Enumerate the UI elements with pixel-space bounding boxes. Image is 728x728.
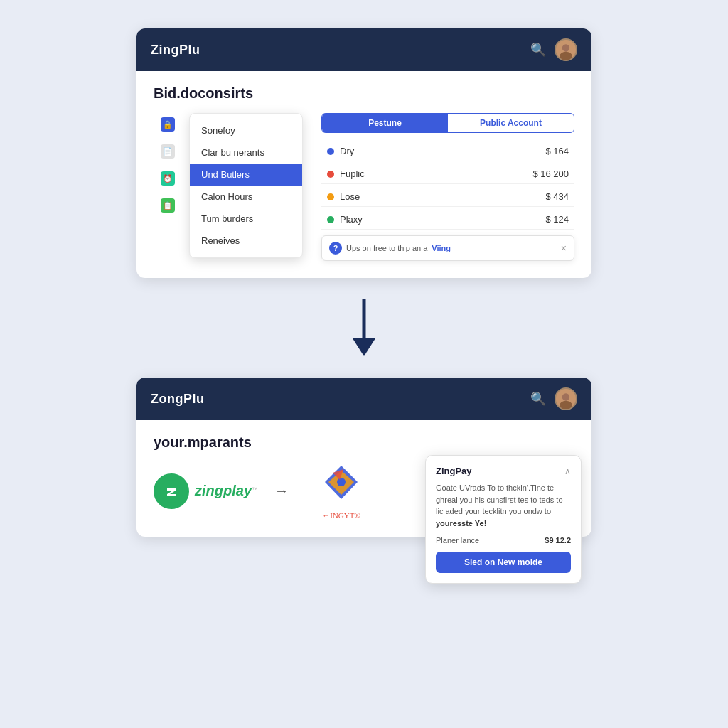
tab-bar: Pestune Public Account	[321, 113, 574, 133]
data-row-plaxy: Plaxy $ 124	[321, 210, 574, 230]
bottom-page-title: your.mparants	[154, 434, 574, 451]
tooltip-bar: ? Ups on free to thip an a Viing ×	[321, 235, 574, 261]
list-icon-green: 📋	[161, 198, 175, 213]
list-item[interactable]: ⏰	[154, 167, 182, 190]
dot-orange	[327, 193, 334, 200]
popup-title: ZingPay	[436, 466, 472, 476]
zingplay-name: zingplay	[195, 483, 252, 498]
dropdown-item-sonefoy[interactable]: Sonefoy	[190, 119, 302, 141]
tooltip-link[interactable]: Viing	[432, 244, 451, 252]
tab-pestune[interactable]: Pestune	[322, 114, 448, 132]
list-item[interactable]: 🔒	[154, 113, 182, 136]
zingplay-logo: zingplay™	[154, 473, 257, 509]
arrow-down-icon	[350, 299, 378, 356]
bottom-content: zingplay™ → ←INGYT® ZingPay ∧	[154, 462, 574, 520]
bottom-header-icons: 🔍	[530, 387, 577, 410]
list-icon-gray: 📄	[161, 144, 175, 159]
data-row-dry: Dry $ 164	[321, 141, 574, 161]
popup-footer: Planer lance $9 12.2	[436, 536, 571, 545]
popup-action-button[interactable]: Sled on New molde	[436, 552, 571, 573]
bottom-arrow-right-icon: →	[274, 483, 289, 499]
row-label-dry: Dry	[340, 146, 354, 156]
bottom-card-header: ZongPlu 🔍	[136, 378, 592, 420]
dot-blue	[327, 148, 334, 155]
svg-point-1	[562, 44, 570, 52]
bottom-logo-area: ←INGYT®	[306, 462, 377, 520]
data-row-fuplic: Fuplic $ 16 200	[321, 164, 574, 184]
row-value-lose: $ 434	[545, 191, 569, 202]
svg-point-12	[160, 480, 183, 503]
popup-chevron-icon[interactable]: ∧	[564, 466, 571, 476]
dropdown-item-reneives[interactable]: Reneives	[190, 230, 302, 252]
bottom-search-icon[interactable]: 🔍	[530, 391, 546, 407]
list-icon-teal: ⏰	[161, 171, 175, 186]
dropdown-item-calon[interactable]: Calon Hours	[190, 186, 302, 208]
dropdown-item-und[interactable]: Und Butlers	[190, 164, 302, 186]
dot-red	[327, 171, 334, 178]
dot-green	[327, 216, 334, 223]
svg-marker-8	[353, 338, 375, 356]
dropdown-item-clar[interactable]: Clar bu nerants	[190, 141, 302, 164]
arrow-down-container	[350, 299, 378, 356]
top-app-title: ZingPlu	[151, 43, 200, 58]
list-item[interactable]: 📄	[154, 140, 182, 163]
row-value-dry: $ 164	[545, 146, 569, 156]
popup-highlight: youresste Ye!	[436, 519, 486, 528]
list-item[interactable]: 📋	[154, 194, 182, 217]
svg-point-10	[562, 393, 570, 401]
popup-header: ZingPay ∧	[436, 466, 571, 476]
zingplay-circle-icon	[154, 473, 189, 509]
row-label-fuplic: Fuplic	[340, 168, 365, 179]
bottom-card: ZongPlu 🔍 your.mparants	[136, 378, 592, 537]
bottom-app-title: ZongPlu	[151, 392, 204, 407]
list-icon-blue: 🔒	[161, 117, 175, 132]
notification-popup: ZingPay ∧ Goate UVrads To to thckln'.Tin…	[425, 455, 582, 584]
data-rows: Dry $ 164 Fuplic $ 16 200	[321, 141, 574, 230]
tooltip-close-icon[interactable]: ×	[561, 242, 567, 254]
tab-public-account[interactable]: Public Account	[448, 114, 574, 132]
tooltip-question-icon: ?	[329, 242, 342, 255]
top-card-body: Bid.doconsirts 🔒 📄 ⏰ 📋	[136, 71, 592, 278]
bottom-card-body: your.mparants zingplay™ →	[136, 420, 592, 537]
row-value-plaxy: $ 124	[545, 214, 569, 225]
bottom-diamond-logo	[318, 462, 365, 508]
row-value-fuplic: $ 16 200	[532, 168, 569, 179]
svg-point-15	[337, 478, 346, 486]
top-card-header: ZingPlu 🔍	[136, 28, 592, 71]
left-section: 🔒 📄 ⏰ 📋 Sonefoy Clar bu nerants	[154, 113, 182, 217]
card-content: 🔒 📄 ⏰ 📋 Sonefoy Clar bu nerants	[154, 113, 574, 261]
search-icon[interactable]: 🔍	[530, 42, 546, 58]
popup-body: Goate UVrads To to thckln'.Tine te ghrea…	[436, 482, 571, 529]
tooltip-text: Ups on free to thip an a	[346, 244, 427, 252]
zingplay-brand-text: zingplay™	[195, 483, 257, 499]
bottom-avatar[interactable]	[555, 387, 577, 410]
page-title: Bid.doconsirts	[154, 85, 574, 102]
top-card: ZingPlu 🔍 Bid.doconsirts 🔒	[136, 28, 592, 278]
dropdown-item-tum[interactable]: Tum burders	[190, 208, 302, 230]
popup-footer-value: $9 12.2	[545, 536, 571, 545]
list-items: 🔒 📄 ⏰ 📋	[154, 113, 182, 217]
row-label-lose: Lose	[340, 191, 360, 202]
popup-footer-label: Planer lance	[436, 536, 479, 545]
row-label-plaxy: Plaxy	[340, 214, 363, 225]
bottom-logo-subtext: ←INGYT®	[322, 511, 360, 520]
right-panel: Pestune Public Account Dry $ 164	[321, 113, 574, 261]
data-row-lose: Lose $ 434	[321, 187, 574, 207]
dropdown-menu: Sonefoy Clar bu nerants Und Butlers Calo…	[189, 113, 303, 258]
avatar[interactable]	[555, 38, 577, 61]
header-icons: 🔍	[530, 38, 577, 61]
